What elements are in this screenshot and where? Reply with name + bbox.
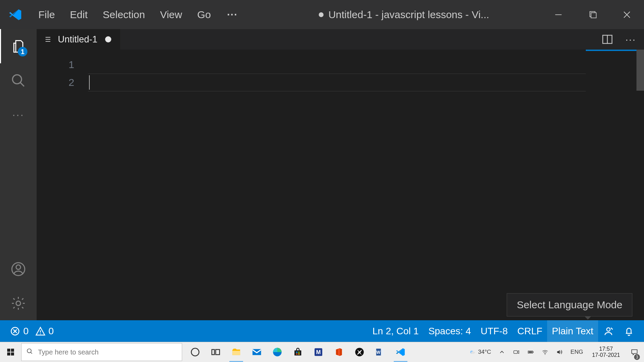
status-language-mode[interactable]: Plain Text	[547, 320, 598, 342]
editor-tabs: Untitled-1 ···	[37, 29, 644, 50]
taskbar-file-explorer[interactable]	[226, 342, 247, 362]
taskbar-taskview[interactable]	[205, 342, 226, 362]
window-close-button[interactable]	[610, 0, 644, 29]
windows-taskbar: M W 34°C ENG 17:57	[0, 342, 644, 362]
activity-bar: 1 ···	[0, 29, 37, 320]
tray-weather-temp: 34°C	[478, 349, 491, 355]
minimap-scroll-indicator[interactable]	[636, 50, 644, 91]
tray-clock[interactable]: 17:57 17-07-2021	[589, 346, 623, 358]
svg-rect-21	[294, 350, 301, 355]
menu-more-icon[interactable]: ···	[218, 9, 246, 21]
tab-label: Untitled-1	[58, 34, 98, 45]
line-number: 1	[37, 56, 74, 74]
bell-icon	[623, 326, 634, 337]
window-title-text: Untitled-1 - javascript lessons - Vi...	[328, 9, 489, 21]
unsaved-dot-icon	[319, 12, 324, 17]
svg-point-15	[27, 349, 31, 353]
taskbar-office[interactable]	[329, 342, 349, 362]
svg-rect-22	[296, 352, 298, 353]
tooltip-select-language-mode: Select Language Mode	[507, 293, 632, 316]
taskbar-store[interactable]	[288, 342, 308, 362]
svg-point-16	[191, 348, 199, 356]
tab-more-button[interactable]: ···	[622, 31, 639, 48]
status-notifications[interactable]	[619, 320, 639, 342]
svg-point-10	[607, 328, 610, 331]
line-numbers: 1 2	[37, 50, 88, 320]
text-cursor	[89, 75, 90, 90]
taskbar-edge[interactable]	[267, 342, 288, 362]
menu-view[interactable]: View	[152, 0, 189, 29]
tray-wifi-icon[interactable]	[540, 342, 551, 362]
taskbar-vscode[interactable]	[390, 342, 411, 362]
status-bar: 0 0 Ln 2, Col 1 Spaces: 4 UTF-8 CRLF Pla…	[0, 320, 644, 342]
svg-point-38	[545, 354, 545, 355]
window-maximize-button[interactable]	[576, 0, 610, 29]
menu-go[interactable]: Go	[190, 0, 218, 29]
svg-rect-23	[298, 352, 300, 353]
activity-more-icon[interactable]: ···	[0, 98, 37, 132]
status-warning-count: 0	[49, 326, 54, 337]
status-feedback[interactable]	[598, 320, 619, 342]
tab-dirty-icon[interactable]	[105, 36, 111, 42]
code-area[interactable]	[88, 50, 644, 320]
status-eol[interactable]: CRLF	[513, 320, 547, 342]
tray-chevron-up-icon[interactable]	[496, 342, 507, 362]
feedback-icon	[603, 326, 614, 337]
taskbar-search[interactable]	[21, 343, 182, 361]
minimap[interactable]	[586, 50, 644, 320]
taskbar-word[interactable]: W	[370, 342, 390, 362]
vscode-logo-icon	[0, 8, 31, 22]
tray-sound-icon[interactable]	[554, 342, 565, 362]
menu-file[interactable]: File	[31, 0, 62, 29]
svg-rect-34	[514, 351, 518, 353]
file-icon	[44, 35, 52, 43]
activity-settings[interactable]	[0, 286, 37, 320]
tab-untitled-1[interactable]: Untitled-1	[37, 29, 121, 50]
tray-time: 17:57	[599, 346, 613, 352]
taskbar-app-generic[interactable]: M	[308, 342, 329, 362]
split-editor-button[interactable]	[599, 31, 616, 48]
start-button[interactable]	[0, 342, 21, 362]
current-line-highlight	[88, 74, 586, 91]
editor-content[interactable]: 1 2	[37, 50, 644, 320]
svg-rect-37	[529, 351, 532, 352]
svg-point-5	[16, 301, 21, 305]
svg-rect-11	[7, 349, 10, 352]
search-icon	[26, 348, 33, 357]
tray-language[interactable]: ENG	[568, 342, 585, 362]
menu-selection[interactable]: Selection	[95, 0, 152, 29]
svg-point-9	[40, 333, 41, 334]
activity-search[interactable]	[0, 63, 37, 98]
svg-rect-12	[11, 349, 14, 352]
svg-rect-18	[216, 350, 219, 355]
tooltip-text: Select Language Mode	[517, 299, 622, 310]
tray-meet-now-icon[interactable]	[511, 342, 522, 362]
svg-rect-13	[7, 352, 10, 355]
menu-edit[interactable]: Edit	[62, 0, 95, 29]
tray-notification-badge: 3	[634, 354, 640, 360]
tray-battery-icon[interactable]	[525, 342, 536, 362]
system-tray: 34°C ENG 17:57 17-07-2021 3	[467, 342, 644, 362]
status-cursor-position[interactable]: Ln 2, Col 1	[368, 320, 424, 342]
window-title: Untitled-1 - javascript lessons - Vi...	[246, 9, 541, 21]
activity-accounts[interactable]	[0, 252, 37, 286]
taskbar-search-input[interactable]	[38, 348, 177, 356]
tray-weather[interactable]: 34°C	[467, 342, 493, 362]
taskbar-mail[interactable]	[247, 342, 267, 362]
window-minimize-button[interactable]	[541, 0, 576, 29]
svg-point-2	[13, 75, 22, 83]
taskbar-cortana[interactable]	[185, 342, 205, 362]
status-problems[interactable]: 0 0	[5, 320, 59, 342]
title-bar: File Edit Selection View Go ··· Untitled…	[0, 0, 644, 29]
status-encoding[interactable]: UTF-8	[476, 320, 513, 342]
tray-action-center[interactable]: 3	[627, 342, 642, 362]
svg-rect-1	[591, 13, 596, 18]
svg-rect-24	[296, 353, 298, 355]
svg-text:W: W	[376, 350, 380, 355]
svg-rect-25	[298, 353, 300, 355]
activity-explorer[interactable]: 1	[0, 29, 37, 63]
tray-date: 17-07-2021	[592, 352, 620, 358]
taskbar-xbox[interactable]	[349, 342, 370, 362]
status-indent[interactable]: Spaces: 4	[424, 320, 476, 342]
explorer-badge: 1	[18, 47, 27, 56]
